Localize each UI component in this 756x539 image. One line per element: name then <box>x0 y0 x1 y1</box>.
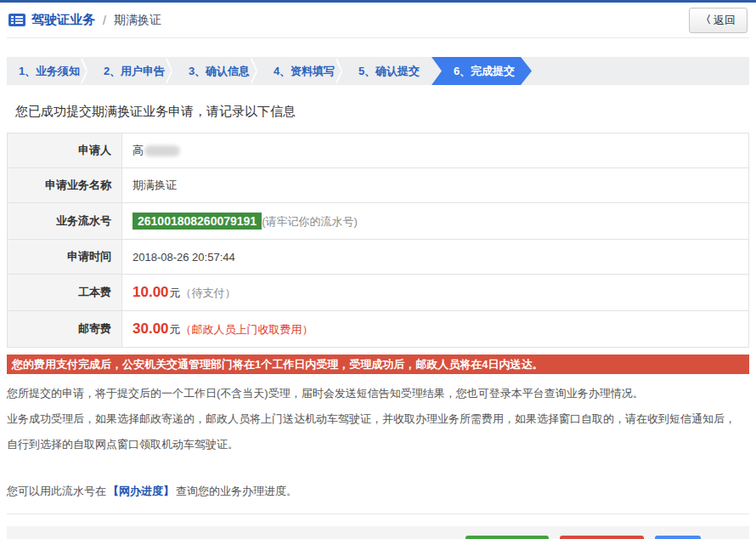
back-button-bottom[interactable]: 返回 <box>655 536 701 539</box>
table-row-apply-time: 申请时间 2018-08-26 20:57:44 <box>8 240 749 275</box>
step-progress-bar: 1、业务须知 2、用户申告 3、确认信息 4、资料填写 5、确认提交 6、完成提… <box>7 57 749 85</box>
apply-time-value: 2018-08-26 20:57:44 <box>122 240 749 275</box>
notice-line-2: 业务成功受理后，如果选择邮政寄递的，邮政人员将上门送达机动车驾驶证，并收取办理业… <box>7 406 749 432</box>
success-message: 您已成功提交期满换证业务申请，请记录以下信息 <box>15 104 741 120</box>
fee-label: 工本费 <box>8 275 122 311</box>
notice-paragraphs: 您所提交的申请，将于提交后的一个工作日(不含当天)受理，届时会发送短信告知受理结… <box>7 381 749 457</box>
fee-unit: 元 <box>170 287 181 299</box>
continue-payment-button[interactable]: ￥ 继续支付 <box>465 536 550 539</box>
redacted-name <box>144 145 180 156</box>
breadcrumb-separator: / <box>103 14 106 27</box>
table-row-service: 申请业务名称 期满换证 <box>8 168 749 203</box>
applicant-label: 申请人 <box>8 133 122 168</box>
step-5-confirm-submit: 5、确认提交 <box>347 57 432 85</box>
step-4-fill-materials: 4、资料填写 <box>262 57 347 85</box>
list-icon <box>8 14 25 26</box>
postage-amount: 30.00 <box>133 321 169 337</box>
stepbar-filler <box>532 57 749 85</box>
fee-status-note: （待支付） <box>181 287 236 299</box>
serial-number-badge: 261001808260079191 <box>133 213 262 230</box>
apply-time-label: 申请时间 <box>8 240 122 275</box>
postage-note: （邮政人员上门收取费用） <box>181 323 313 336</box>
chevron-left-icon: 〈 <box>701 13 711 27</box>
service-label: 申请业务名称 <box>8 168 122 203</box>
table-row-applicant: 申请人 高 <box>8 133 749 168</box>
applicant-value: 高 <box>133 144 144 156</box>
application-info-table: 申请人 高 申请业务名称 期满换证 业务流水号 2610018082600791… <box>7 133 749 348</box>
back-button-top[interactable]: 〈 返回 <box>689 8 748 33</box>
page-subtitle: 期满换证 <box>114 13 161 28</box>
progress-hint-prefix: 您可以用此流水号在 <box>7 485 106 497</box>
postage-unit: 元 <box>170 323 181 336</box>
notice-line-3: 自行到选择的自取网点窗口领取机动车驾驶证。 <box>7 432 749 457</box>
page-container: 驾驶证业务 / 期满换证 〈 返回 1、业务须知 2、用户申告 3、确认信息 4… <box>0 3 756 539</box>
serial-note: (请牢记你的流水号) <box>262 215 358 228</box>
serial-label: 业务流水号 <box>8 203 122 240</box>
step-3-confirm-info: 3、确认信息 <box>177 57 262 85</box>
table-row-serial: 业务流水号 261001808260079191(请牢记你的流水号) <box>8 203 749 240</box>
back-button-top-label: 返回 <box>714 13 736 28</box>
notice-section: 您的费用支付完成后，公安机关交通管理部门将在1个工作日内受理，受理成功后，邮政人… <box>7 355 749 514</box>
breadcrumb: 驾驶证业务 / 期满换证 <box>8 12 161 28</box>
postage-label: 邮寄费 <box>8 311 122 348</box>
progress-hint-suffix: 查询您的业务办理进度。 <box>176 485 297 497</box>
notice-line-1: 您所提交的申请，将于提交后的一个工作日(不含当天)受理，届时会发送短信告知受理结… <box>7 381 749 406</box>
payment-alert-banner: 您的费用支付完成后，公安机关交通管理部门将在1个工作日内受理，受理成功后，邮政人… <box>7 355 749 374</box>
table-row-fee: 工本费 10.00元（待支付） <box>8 275 749 311</box>
page-title: 驾驶证业务 <box>31 12 95 28</box>
step-1-business-notice: 1、业务须知 <box>7 57 92 85</box>
step-6-complete-submit: 6、完成提交 <box>432 57 532 85</box>
table-row-postage: 邮寄费 30.00元（邮政人员上门收取费用） <box>8 311 749 348</box>
fee-amount: 10.00 <box>133 284 169 300</box>
header: 驾驶证业务 / 期满换证 〈 返回 <box>7 3 749 38</box>
step-2-user-declaration: 2、用户申告 <box>92 57 177 85</box>
cancel-payment-button[interactable]: ￥ 取消支付 <box>560 536 644 539</box>
progress-hint: 您可以用此流水号在【网办进度】查询您的业务办理进度。 <box>7 481 749 502</box>
service-value: 期满换证 <box>122 168 749 203</box>
online-progress-link[interactable]: 【网办进度】 <box>108 485 174 497</box>
footer-action-bar: ￥ 继续支付 ￥ 取消支付 返回 <box>7 526 749 539</box>
